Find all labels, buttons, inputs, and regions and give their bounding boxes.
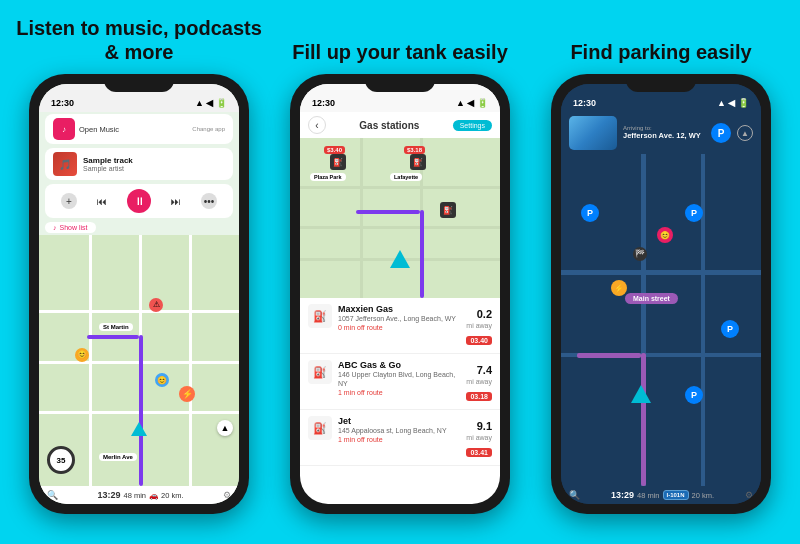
music-bar[interactable]: ♪ Open Music Change app: [45, 114, 233, 144]
nav-icons-1: 🔍: [47, 490, 58, 500]
time-3: 12:30: [573, 98, 596, 108]
expand-button[interactable]: ▲: [737, 125, 753, 141]
time-2: 12:30: [312, 98, 335, 108]
add-button[interactable]: +: [61, 193, 77, 209]
p3-road-h1: [561, 270, 761, 275]
dist-num-0: 0.2: [477, 308, 492, 320]
finish-flag: 🏁: [633, 247, 647, 261]
arriving-addr: Jefferson Ave. 12, WY: [623, 131, 705, 141]
menu-icon-3[interactable]: ⚙: [745, 490, 753, 500]
gas-marker-3: ⛽: [440, 202, 456, 218]
main-container: Listen to music, podcasts & more 12:30 ▲…: [10, 7, 790, 537]
gas-item-0[interactable]: ⛽ Maxxien Gas 1057 Jefferson Ave., Long …: [300, 298, 500, 354]
phone-notch-3: [626, 74, 696, 92]
map-area-2: ⛽ $3.40 ⛽ $3.18 ⛽ Plaza Park Lafayette: [300, 138, 500, 298]
gas-road-v1: [360, 138, 363, 298]
show-list-icon: ♪: [53, 224, 57, 231]
trip-dur-3: 48 min: [637, 491, 660, 500]
back-button[interactable]: ‹: [308, 116, 326, 134]
bottom-bar-3: 🔍 13:29 48 min I-101N 20 km. ⚙: [561, 486, 761, 504]
dist-unit-0: mi away: [466, 322, 492, 329]
panel-parking: Find parking easily 12:30 ▲ ◀ 🔋 Arriving…: [537, 12, 785, 532]
dist-unit-2: mi away: [466, 434, 492, 441]
phone-screen-parking: 12:30 ▲ ◀ 🔋 Arriving to: Jefferson Ave. …: [561, 84, 761, 504]
speed-badge: 35: [47, 446, 75, 474]
map-label-lafayette: Lafayette: [390, 173, 422, 181]
main-street-label: Main street: [625, 293, 678, 304]
map-label-plaza: Plaza Park: [310, 173, 346, 181]
gas-title: Gas stations: [359, 120, 419, 131]
bottom-bar-1: 🔍 13:29 48 min 🚗 20 km. ⚙: [39, 486, 239, 504]
next-button[interactable]: ⏭: [167, 192, 185, 210]
gas-addr-1: 146 Upper Clayton Blvd, Long Beach, NY: [338, 370, 460, 388]
trip-info-3: 13:29 48 min I-101N 20 km.: [611, 490, 714, 500]
price-badge-2: 03.41: [466, 448, 492, 457]
gas-name-0: Maxxien Gas: [338, 304, 460, 314]
price-tag-2: $3.18: [404, 146, 425, 154]
eta-3: 13:29: [611, 490, 634, 500]
map-label-merlin: Merlin Ave: [99, 453, 137, 461]
show-list-button[interactable]: ♪ Show list: [45, 222, 96, 233]
gas-item-2[interactable]: ⛽ Jet 145 Appaloosa st, Long Beach, NY 1…: [300, 410, 500, 466]
panel-music-title: Listen to music, podcasts & more: [15, 12, 263, 64]
gas-addr-0: 1057 Jefferson Ave., Long Beach, WY: [338, 314, 460, 323]
road-v3: [189, 235, 192, 486]
road-sign: I-101N: [663, 490, 689, 500]
arriving-info: Arriving to: Jefferson Ave. 12, WY: [623, 125, 705, 141]
gas-dist-2: 9.1 mi away 03.41: [466, 416, 492, 459]
map-area-3: P P P P 😊 ⚡ 🏁 Main street: [561, 154, 761, 486]
phone-notch-2: [365, 74, 435, 92]
dist-unit-1: mi away: [466, 378, 492, 385]
trip-dur-1: 48 min: [124, 491, 147, 500]
gas-route-h: [356, 210, 420, 214]
settings-button[interactable]: Settings: [453, 120, 492, 131]
panel-gas: Fill up your tank easily 12:30 ▲ ◀ 🔋 ‹ G…: [276, 12, 524, 532]
panel-music: Listen to music, podcasts & more 12:30 ▲…: [15, 12, 263, 532]
nav-arrow-1: [131, 422, 147, 436]
gas-dist-1: 7.4 mi away 03.18: [466, 360, 492, 403]
road-v1: [89, 235, 92, 486]
phone-notch-1: [104, 74, 174, 92]
search-icon-1[interactable]: 🔍: [47, 490, 58, 500]
gas-route-1: 1 min off route: [338, 389, 460, 396]
change-app-button[interactable]: Change app: [192, 126, 225, 132]
nav-arrow-2: [390, 250, 410, 268]
menu-icon-1[interactable]: ⚙: [223, 490, 231, 500]
phone-music: 12:30 ▲ ◀ 🔋 ♪ Open Music Change app 🎵 Sa…: [29, 74, 249, 514]
price-tag-1: $3.40: [324, 146, 345, 154]
dist-num-1: 7.4: [477, 364, 492, 376]
more-button[interactable]: •••: [201, 193, 217, 209]
gas-name-2: Jet: [338, 416, 460, 426]
gas-route-0: 0 min off route: [338, 324, 460, 331]
pause-button[interactable]: ⏸: [127, 189, 151, 213]
playback-controls: + ⏮ ⏸ ⏭ •••: [45, 184, 233, 218]
p3-route-v: [641, 353, 646, 486]
trip-dist-3: 20 km.: [692, 491, 715, 500]
panel-gas-title: Fill up your tank easily: [292, 12, 508, 64]
track-row: 🎵 Sample track Sample artist: [45, 148, 233, 180]
scroll-up-button[interactable]: ▲: [217, 420, 233, 436]
map-label-stmartin: St Martin: [99, 323, 133, 331]
trip-dist-1: 20 km.: [161, 491, 184, 500]
gas-item-1[interactable]: ⛽ ABC Gas & Go 146 Upper Clayton Blvd, L…: [300, 354, 500, 410]
phone-gas: 12:30 ▲ ◀ 🔋 ‹ Gas stations Settings: [290, 74, 510, 514]
gas-name-1: ABC Gas & Go: [338, 360, 460, 370]
prev-button[interactable]: ⏮: [93, 192, 111, 210]
gas-icon-1: ⛽: [308, 360, 332, 384]
map-area-1: St Martin Merlin Ave 😊 ⚠ 😊 ⚡ 35 ▲: [39, 235, 239, 486]
time-1: 12:30: [51, 98, 74, 108]
p3-road-v2: [701, 154, 705, 486]
phone-screen-gas: 12:30 ▲ ◀ 🔋 ‹ Gas stations Settings: [300, 84, 500, 504]
search-icon-3[interactable]: 🔍: [569, 490, 580, 500]
waze-icon-2: ⚠: [149, 298, 163, 312]
route-v: [139, 335, 143, 486]
album-art: 🎵: [53, 152, 77, 176]
nav-arrow-3: [631, 385, 651, 403]
panel-parking-title: Find parking easily: [570, 12, 751, 64]
parking-marker-1: P: [581, 204, 599, 222]
waze-icon-4: ⚡: [179, 386, 195, 402]
phone-screen-music: 12:30 ▲ ◀ 🔋 ♪ Open Music Change app 🎵 Sa…: [39, 84, 239, 504]
gas-road-h1: [300, 186, 500, 189]
p3-route-h: [577, 353, 641, 358]
track-info: Sample track Sample artist: [83, 156, 225, 172]
